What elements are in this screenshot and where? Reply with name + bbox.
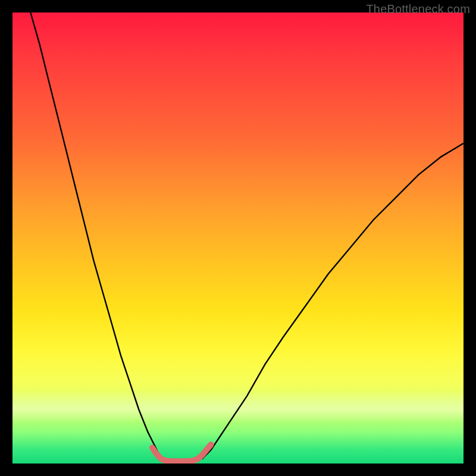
right-curve <box>202 143 464 459</box>
plot-area <box>12 12 464 464</box>
valley-highlight <box>152 444 211 461</box>
left-curve <box>30 12 161 459</box>
chart-frame: TheBottleneck.com <box>0 0 476 476</box>
watermark-text: TheBottleneck.com <box>366 2 470 16</box>
pale-band <box>12 390 464 423</box>
curve-layer <box>12 12 464 464</box>
